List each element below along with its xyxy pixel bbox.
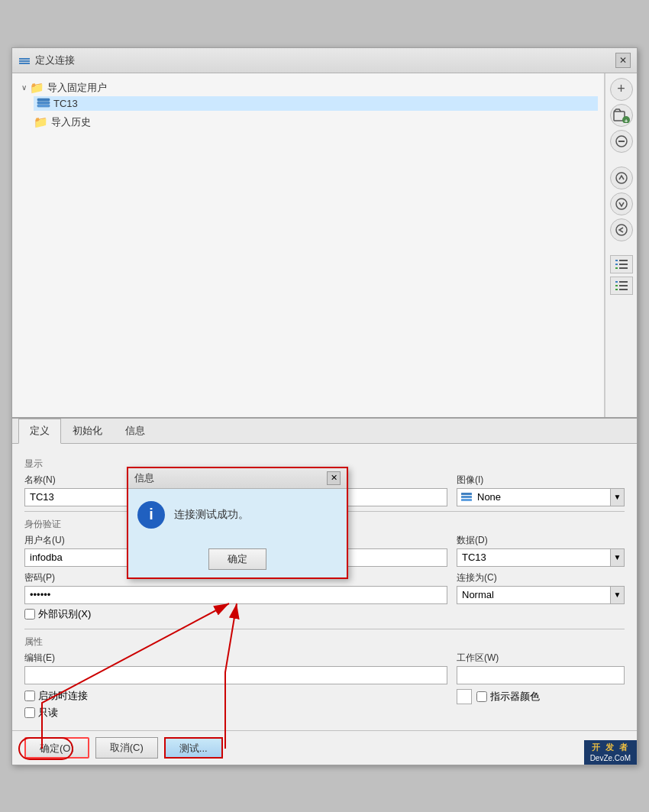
tab-define[interactable]: 定义	[18, 419, 61, 444]
connect-as-select[interactable]: Normal ▼	[457, 586, 625, 604]
list-view-2-button[interactable]	[610, 277, 633, 295]
main-window: 定义连接 ✕ ∨ 📁 导入固定用户 TC13 📁	[11, 47, 638, 765]
readonly-label: 只读	[38, 706, 58, 720]
svg-rect-15	[619, 264, 628, 265]
data-dropdown-arrow[interactable]: ▼	[610, 549, 624, 566]
external-id-row: 外部识别(X)	[24, 607, 447, 621]
svg-rect-5	[37, 105, 50, 107]
svg-rect-0	[19, 58, 30, 60]
svg-rect-20	[619, 281, 628, 283]
svg-rect-16	[619, 267, 628, 269]
image-value: None	[473, 490, 610, 504]
password-input[interactable]	[24, 586, 447, 604]
svg-point-12	[616, 199, 627, 209]
indicator-color-checkbox[interactable]	[476, 691, 487, 702]
svg-point-13	[616, 225, 627, 235]
props-row: 编辑(E) 启动时连接 只读 工作区(W)	[24, 652, 625, 723]
dialog-buttons: 确定	[128, 541, 347, 577]
svg-rect-17	[615, 260, 618, 261]
dialog-close-button[interactable]: ✕	[327, 471, 341, 485]
image-col: 图像(I) None ▼	[457, 474, 625, 506]
content-area: ∨ 📁 导入固定用户 TC13 📁 导入历史 +	[12, 73, 637, 417]
svg-rect-25	[615, 289, 618, 290]
svg-rect-4	[37, 102, 50, 104]
tree-label-tc13: TC13	[53, 98, 78, 109]
tree-item-import-history[interactable]: 📁 导入历史	[18, 114, 598, 131]
editor-input[interactable]	[24, 666, 447, 684]
svg-rect-3	[37, 99, 50, 101]
props-section-label: 属性	[24, 636, 625, 649]
tree-item-tc13[interactable]: TC13	[34, 96, 598, 111]
move-up-button[interactable]	[610, 167, 633, 189]
remove-button[interactable]	[610, 130, 633, 153]
svg-rect-28	[461, 499, 472, 501]
svg-rect-27	[461, 496, 472, 498]
right-toolbar: + +	[605, 73, 637, 417]
props-left: 编辑(E) 启动时连接 只读	[24, 652, 447, 723]
indicator-color-box[interactable]	[457, 689, 472, 704]
list-view-1-button[interactable]	[610, 255, 633, 273]
cancel-button[interactable]: 取消(C)	[95, 737, 158, 759]
tree-label-import-fixed: 导入固定用户	[47, 81, 107, 95]
window-title: 定义连接	[35, 53, 75, 67]
back-button[interactable]	[610, 218, 633, 241]
test-button[interactable]: 测试...	[164, 737, 223, 759]
svg-rect-26	[461, 493, 472, 495]
dialog-title: 信息	[134, 471, 154, 485]
svg-rect-14	[619, 260, 628, 261]
folder-closed-icon: 📁	[34, 115, 48, 129]
startup-connect-label: 启动时连接	[38, 689, 88, 703]
form-area: 显示 名称(N) 图像(I) None ▼	[12, 444, 637, 730]
add-button[interactable]: +	[610, 78, 633, 101]
image-select[interactable]: None ▼	[457, 488, 625, 506]
svg-rect-22	[619, 289, 628, 290]
info-icon: i	[137, 501, 165, 529]
svg-rect-21	[619, 285, 628, 286]
add-folder-button[interactable]: +	[610, 104, 633, 127]
svg-text:+: +	[624, 118, 628, 123]
indicator-color-label: 指示器颜色	[490, 690, 540, 704]
svg-rect-24	[615, 285, 618, 286]
readonly-checkbox[interactable]	[24, 707, 35, 718]
bottom-panel: 定义 初始化 信息 显示 名称(N) 图像(I)	[12, 417, 637, 765]
svg-rect-23	[615, 281, 618, 283]
dialog-message: 连接测试成功。	[174, 508, 249, 522]
info-dialog: 信息 ✕ i 连接测试成功。 确定	[127, 467, 348, 579]
startup-connect-row: 启动时连接	[24, 689, 447, 703]
watermark-line2: DevZe.CoM	[590, 753, 631, 763]
bottom-buttons: 确定(O) 取消(C) 测试... 开 发 者 DevZe.CoM	[12, 730, 637, 765]
ok-button[interactable]: 确定(O)	[24, 737, 89, 759]
dialog-ok-button[interactable]: 确定	[208, 548, 266, 570]
move-down-button[interactable]	[610, 192, 633, 215]
workspace-input[interactable]	[457, 666, 625, 684]
connect-as-dropdown-arrow[interactable]: ▼	[610, 587, 624, 603]
external-id-label: 外部识别(X)	[38, 607, 91, 621]
data-label: 数据(D)	[457, 534, 625, 547]
svg-rect-2	[19, 63, 30, 64]
stack-icon	[37, 98, 50, 108]
title-bar: 定义连接 ✕	[12, 48, 637, 73]
editor-label: 编辑(E)	[24, 652, 447, 665]
window-close-button[interactable]: ✕	[615, 53, 631, 68]
app-icon	[18, 54, 31, 66]
image-label: 图像(I)	[457, 474, 625, 487]
startup-connect-checkbox[interactable]	[24, 691, 35, 701]
external-id-checkbox[interactable]	[24, 609, 35, 620]
indicator-color-row: 指示器颜色	[457, 689, 625, 704]
title-bar-left: 定义连接	[18, 53, 75, 67]
tab-info[interactable]: 信息	[114, 419, 157, 443]
tree-label-import-history: 导入历史	[51, 115, 91, 129]
folder-icon: 📁	[30, 81, 44, 95]
tree-item-import-fixed[interactable]: ∨ 📁 导入固定用户	[18, 79, 598, 96]
chevron-down-icon: ∨	[21, 83, 27, 92]
tree-panel: ∨ 📁 导入固定用户 TC13 📁 导入历史	[12, 73, 605, 417]
image-dropdown-arrow[interactable]: ▼	[610, 489, 624, 506]
readonly-row: 只读	[24, 706, 447, 720]
svg-rect-19	[615, 267, 618, 269]
tab-init[interactable]: 初始化	[61, 419, 114, 443]
watermark-line1: 开 发 者	[592, 742, 629, 752]
data-value: TC13	[457, 550, 610, 565]
tab-bar: 定义 初始化 信息	[12, 419, 637, 444]
data-select[interactable]: TC13 ▼	[457, 548, 625, 567]
connect-as-value: Normal	[457, 587, 610, 602]
